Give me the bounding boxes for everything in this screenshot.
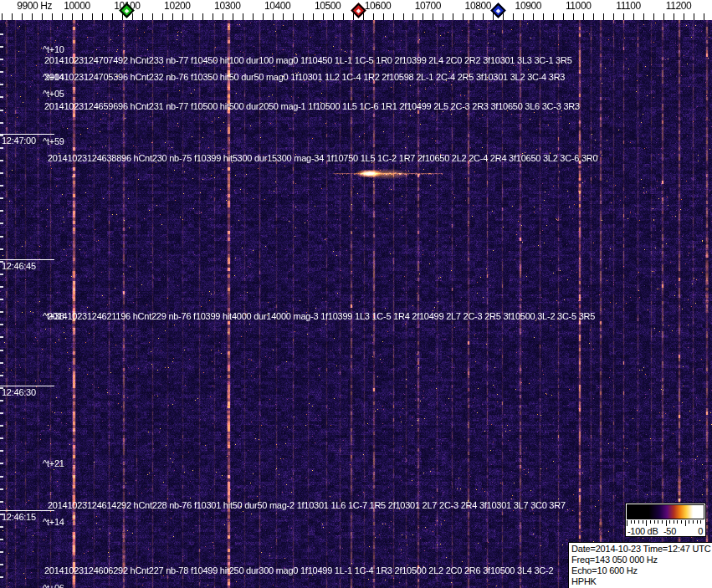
freq-tick [363,13,364,20]
freq-tick [593,13,594,20]
freq-tick [503,13,504,20]
freq-tick [523,13,524,20]
freq-label: 10200 [164,0,190,12]
freq-tick [553,13,554,20]
freq-tick [684,13,684,20]
info-box: Date=2014-10-23 Time=12:47 UTC Freq=143 … [568,542,712,588]
freq-tick [463,13,464,20]
freq-label: 9900 Hz [17,0,52,12]
freq-tick [583,13,584,20]
freq-tick [663,13,664,20]
freq-tick [102,13,103,20]
info-station: HPHK [571,576,712,587]
freq-tick [653,13,654,20]
freq-tick [192,13,193,20]
freq-tick [152,13,153,20]
colorbar-label-mid: -50 [663,526,676,536]
freq-tick [132,13,133,20]
freq-tick [573,13,574,20]
freq-tick [2,13,3,20]
freq-label: 10700 [415,0,441,12]
freq-label: 10600 [365,0,391,12]
freq-label: 10800 [465,0,491,12]
freq-tick [142,13,143,20]
freq-tick [403,13,404,20]
freq-tick [633,13,634,20]
freq-tick [52,13,53,20]
freq-tick [603,13,604,20]
spectrogram-canvas [0,20,712,588]
freq-tick [373,13,374,20]
freq-tick [533,13,534,20]
freq-tick [453,13,453,20]
freq-label: 10400 [264,0,290,12]
freq-tick [172,13,173,20]
colorbar-ticks [627,520,704,526]
freq-tick [412,13,413,20]
freq-tick [483,13,484,20]
freq-tick [674,13,674,20]
freq-label: 10500 [315,0,341,12]
freq-tick [42,13,43,20]
freq-tick [62,13,63,20]
freq-tick [202,13,203,20]
freq-tick [12,13,13,20]
freq-tick [613,13,614,20]
freq-tick [283,13,284,20]
colorbar-label-max: 0 [698,526,703,536]
freq-tick [623,13,624,20]
colorbar: -100 dB -50 0 [625,503,706,537]
freq-tick [263,13,264,20]
freq-tick [92,13,93,20]
freq-tick [393,13,394,20]
frequency-ruler: 9900 Hz100001010010200103001040010500106… [0,0,712,20]
freq-tick [473,13,474,20]
freq-tick [303,13,304,20]
freq-tick [433,13,433,20]
colorbar-label-min: -100 dB [627,526,658,536]
info-frequency: Freq=143 050 000 Hz [571,555,712,565]
colorbar-gradient-icon [627,504,704,519]
freq-tick [643,13,644,20]
freq-tick [72,13,73,20]
freq-tick [704,13,704,20]
freq-label: 10000 [64,0,90,12]
freq-tick [22,13,23,20]
info-echo: Echo=10 600 Hz [571,565,712,576]
freq-tick [243,13,243,20]
freq-tick [323,13,324,20]
freq-tick [182,13,183,20]
freq-tick [253,13,254,20]
freq-tick [233,13,233,20]
freq-tick [273,13,274,20]
freq-tick [313,13,314,20]
meteor-spectrogram-app: 12:47:0012:46:4512:46:3012:46:15^t+10201… [0,0,712,588]
freq-tick [383,13,384,20]
info-date-time: Date=2014-10-23 Time=12:47 UTC [571,544,712,555]
freq-tick [162,13,163,20]
freq-tick [563,13,564,20]
freq-tick [443,13,443,20]
freq-label: 10300 [214,0,240,12]
freq-tick [32,13,33,20]
freq-tick [213,13,213,20]
freq-label: 10900 [515,0,541,12]
freq-tick [543,13,544,20]
freq-tick [343,13,344,20]
freq-label: 11000 [566,0,591,12]
freq-label: 11100 [616,0,641,12]
freq-tick [333,13,334,20]
freq-label: 11200 [666,0,691,12]
freq-tick [423,13,423,20]
freq-tick [223,13,223,20]
freq-tick [82,13,83,20]
freq-tick [513,13,514,20]
freq-tick [353,13,354,20]
freq-tick [293,13,294,20]
freq-tick [112,13,113,20]
freq-tick [694,13,694,20]
